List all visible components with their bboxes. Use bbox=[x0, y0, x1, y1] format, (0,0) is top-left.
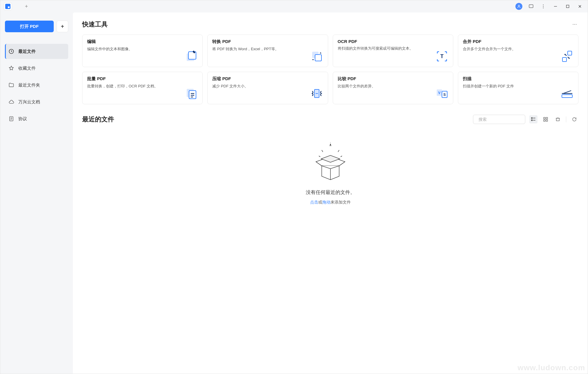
svg-rect-25 bbox=[189, 91, 196, 99]
card-desc: 将扫描的文件转换为可搜索或可编辑的文本。 bbox=[338, 46, 436, 51]
empty-state: 没有任何最近的文件。 点击或拖动来添加文件 bbox=[82, 130, 578, 205]
svg-rect-20 bbox=[315, 55, 321, 61]
tool-card-scan[interactable]: 扫描 扫描并创建一个新的 PDF 文件 bbox=[458, 72, 578, 104]
empty-title: 没有任何最近的文件。 bbox=[306, 189, 355, 196]
svg-rect-39 bbox=[531, 118, 532, 118]
tool-card-ocr[interactable]: OCR PDF 将扫描的文件转换为可搜索或可编辑的文本。 T bbox=[333, 35, 453, 67]
tool-card-compress[interactable]: 压缩 PDF 减少 PDF 文件大小。 bbox=[207, 72, 328, 104]
open-pdf-button[interactable]: 打开 PDF bbox=[5, 21, 54, 32]
more-menu-button[interactable] bbox=[538, 1, 549, 12]
card-desc: 编辑文件中的文本和图像。 bbox=[87, 46, 185, 52]
card-title: 合并 PDF bbox=[463, 39, 561, 44]
sidebar-item-label: 万兴云文档 bbox=[18, 99, 40, 105]
sidebar-item-agreement[interactable]: 协议 bbox=[5, 111, 68, 126]
card-title: 压缩 PDF bbox=[212, 76, 310, 82]
card-title: 批量 PDF bbox=[87, 76, 185, 82]
card-desc: 合并多个文件合并为一个文件。 bbox=[463, 46, 561, 52]
empty-click-link[interactable]: 点击 bbox=[310, 200, 318, 204]
svg-rect-1 bbox=[529, 5, 533, 8]
account-button[interactable] bbox=[513, 1, 524, 12]
empty-subtitle: 点击或拖动来添加文件 bbox=[310, 200, 351, 205]
svg-rect-35 bbox=[562, 95, 572, 98]
card-desc: 比较两个文件的差异。 bbox=[338, 83, 436, 89]
search-box[interactable] bbox=[473, 115, 525, 124]
card-desc: 扫描并创建一个新的 PDF 文件 bbox=[463, 83, 561, 89]
new-file-button[interactable]: + bbox=[57, 21, 68, 32]
svg-rect-46 bbox=[546, 120, 548, 121]
svg-text:T: T bbox=[440, 53, 443, 59]
svg-text:S: S bbox=[443, 93, 446, 97]
maximize-button[interactable] bbox=[562, 1, 573, 12]
card-title: OCR PDF bbox=[338, 39, 436, 44]
quick-tools-title: 快速工具 bbox=[82, 20, 108, 29]
divider bbox=[566, 116, 566, 122]
star-icon bbox=[8, 65, 14, 71]
quick-tools-more-button[interactable] bbox=[571, 21, 578, 28]
clock-icon bbox=[8, 48, 14, 54]
card-desc: 批量转换，创建，打印，OCR PDF 文档。 bbox=[87, 83, 185, 89]
batch-icon bbox=[185, 87, 198, 100]
svg-rect-6 bbox=[567, 5, 569, 8]
ocr-icon: T bbox=[436, 50, 448, 63]
refresh-button[interactable] bbox=[570, 115, 578, 123]
recent-files-title: 最近的文件 bbox=[82, 115, 114, 124]
minimize-button[interactable] bbox=[550, 1, 561, 12]
svg-rect-47 bbox=[556, 118, 560, 121]
svg-point-4 bbox=[543, 8, 544, 8]
svg-rect-40 bbox=[531, 120, 532, 121]
view-list-button[interactable] bbox=[529, 115, 537, 123]
svg-point-0 bbox=[518, 5, 520, 6]
sidebar-item-recent-folders[interactable]: 最近文件夹 bbox=[5, 78, 68, 93]
main-content: 快速工具 编辑 编辑文件中的文本和图像。 转换 bbox=[73, 12, 588, 374]
svg-point-3 bbox=[543, 6, 544, 7]
convert-icon bbox=[310, 50, 323, 63]
card-title: 编辑 bbox=[87, 39, 185, 44]
sidebar-item-cloud[interactable]: 万兴云文档 bbox=[5, 94, 68, 109]
svg-point-16 bbox=[576, 24, 576, 25]
tool-card-merge[interactable]: 合并 PDF 合并多个文件合并为一个文件。 bbox=[458, 35, 578, 67]
new-tab-button[interactable]: + bbox=[22, 2, 30, 10]
search-input[interactable] bbox=[479, 117, 529, 122]
card-desc: 减少 PDF 文件大小。 bbox=[212, 83, 310, 89]
tool-card-convert[interactable]: 转换 PDF 将 PDF 转换为 Word，Excel，PPT等。 bbox=[207, 35, 328, 67]
folder-icon bbox=[8, 82, 14, 88]
compare-icon: VS bbox=[436, 87, 448, 100]
empty-box-icon bbox=[307, 141, 354, 182]
close-button[interactable] bbox=[574, 1, 585, 12]
card-title: 转换 PDF bbox=[212, 39, 310, 44]
user-avatar-icon bbox=[515, 3, 522, 10]
titlebar: + bbox=[0, 0, 588, 12]
tool-card-edit[interactable]: 编辑 编辑文件中的文本和图像。 bbox=[82, 35, 203, 67]
svg-point-2 bbox=[543, 5, 544, 5]
svg-rect-22 bbox=[568, 51, 572, 55]
empty-drag-link[interactable]: 拖动 bbox=[322, 200, 330, 204]
card-title: 扫描 bbox=[463, 76, 561, 82]
sidebar-item-recent-files[interactable]: 最近文件 bbox=[5, 44, 68, 59]
card-title: 比较 PDF bbox=[338, 76, 436, 82]
svg-point-14 bbox=[573, 24, 573, 25]
cloud-icon bbox=[8, 99, 14, 105]
tool-card-batch[interactable]: 批量 PDF 批量转换，创建，打印，OCR PDF 文档。 bbox=[82, 72, 203, 104]
edit-icon bbox=[185, 50, 198, 63]
feedback-button[interactable] bbox=[526, 1, 537, 12]
sidebar-item-label: 收藏文件 bbox=[18, 66, 36, 71]
app-icon[interactable] bbox=[4, 2, 12, 10]
sidebar-item-label: 协议 bbox=[18, 116, 27, 122]
tool-card-compare[interactable]: 比较 PDF 比较两个文件的差异。 VS bbox=[333, 72, 453, 104]
svg-rect-43 bbox=[544, 117, 545, 119]
sidebar-item-label: 最近文件 bbox=[18, 49, 36, 54]
merge-icon bbox=[561, 50, 573, 63]
svg-rect-45 bbox=[544, 120, 545, 121]
scan-icon bbox=[561, 87, 573, 100]
view-pin-button[interactable] bbox=[554, 115, 562, 123]
sidebar-item-label: 最近文件夹 bbox=[18, 82, 40, 88]
svg-text:V: V bbox=[438, 91, 440, 95]
card-desc: 将 PDF 转换为 Word，Excel，PPT等。 bbox=[212, 46, 310, 52]
svg-point-15 bbox=[574, 24, 575, 25]
compress-icon bbox=[310, 87, 323, 100]
view-grid-button[interactable] bbox=[542, 115, 550, 123]
sidebar: 打开 PDF + 最近文件 收藏文件 最近文件夹 bbox=[0, 12, 73, 374]
svg-rect-23 bbox=[562, 57, 567, 62]
svg-rect-44 bbox=[546, 117, 548, 119]
sidebar-item-favorites[interactable]: 收藏文件 bbox=[5, 61, 68, 76]
